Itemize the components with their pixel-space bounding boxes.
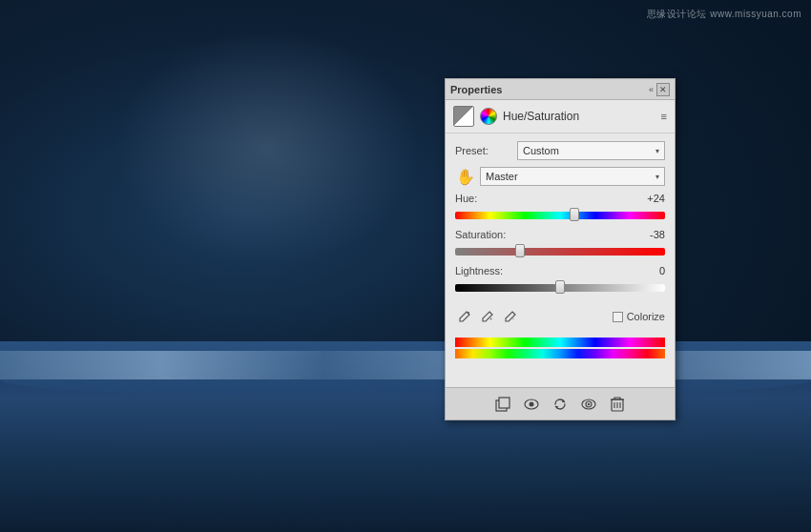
tools-colorize-row: + - Colorize <box>455 301 665 332</box>
svg-point-9 <box>588 402 590 404</box>
sat-thumb[interactable] <box>515 244 525 257</box>
channel-dropdown[interactable]: Master ▾ <box>480 167 665 186</box>
add-layer-button[interactable] <box>492 394 513 415</box>
eyedropper-add-button[interactable]: + <box>478 307 497 326</box>
collapse-icon[interactable]: « <box>649 85 654 94</box>
storm-cloud <box>114 29 420 267</box>
saturation-section: Saturation: -38 <box>455 229 665 261</box>
svg-point-6 <box>530 401 534 406</box>
watermark: 思缘设计论坛 www.missyuan.com <box>647 8 801 21</box>
refresh-button[interactable] <box>550 394 571 415</box>
lightness-section: Lightness: 0 <box>455 265 665 297</box>
close-button[interactable]: ✕ <box>656 83 670 96</box>
spacer <box>455 360 665 379</box>
light-thumb[interactable] <box>555 280 565 294</box>
hand-tool-icon[interactable]: ✋ <box>455 166 476 187</box>
svg-rect-4 <box>499 398 509 408</box>
hamburger-icon[interactable]: ≡ <box>661 110 667 123</box>
channel-row: ✋ Master ▾ <box>455 166 665 187</box>
eyedropper-button[interactable] <box>455 307 474 326</box>
spectrum-bar-original <box>455 338 665 347</box>
hue-value: +24 <box>636 193 665 204</box>
hue-track <box>455 212 665 219</box>
panel-titlebar: Properties « ✕ <box>446 79 675 100</box>
sat-slider-container[interactable] <box>455 242 665 261</box>
light-slider-container[interactable] <box>455 278 665 297</box>
background <box>0 0 811 532</box>
properties-panel: Properties « ✕ Hue/Saturation ≡ Preset: … <box>445 78 676 420</box>
preset-dropdown-arrow: ▾ <box>655 147 659 155</box>
hue-label: Hue: <box>455 193 477 204</box>
preset-label: Preset: <box>455 145 517 156</box>
svg-text:-: - <box>512 316 514 321</box>
eyedropper-subtract-button[interactable]: - <box>501 307 520 326</box>
preset-row: Preset: Custom ▾ <box>455 141 665 160</box>
colorize-row: Colorize <box>613 311 665 322</box>
hue-sat-icon <box>453 106 474 127</box>
section-title: Hue/Saturation <box>503 110 579 123</box>
light-header: Lightness: 0 <box>455 265 665 276</box>
delete-button[interactable] <box>607 394 628 415</box>
hue-slider-container[interactable] <box>455 206 665 225</box>
section-header: Hue/Saturation ≡ <box>446 100 675 133</box>
lightness-value: 0 <box>636 265 665 276</box>
preset-dropdown[interactable]: Custom ▾ <box>517 141 665 160</box>
color-bars <box>455 338 665 358</box>
eye-button[interactable] <box>578 394 599 415</box>
panel-title: Properties <box>450 84 502 95</box>
hue-thumb[interactable] <box>570 208 579 221</box>
colorize-label: Colorize <box>627 311 665 322</box>
spectrum-bar-shifted <box>455 349 665 358</box>
panel-body: Preset: Custom ▾ ✋ Master ▾ Hue: +24 <box>446 133 675 387</box>
sat-track <box>455 248 665 256</box>
lightness-label: Lightness: <box>455 265 503 276</box>
foam <box>0 351 811 379</box>
visibility-button[interactable] <box>521 394 542 415</box>
sat-header: Saturation: -38 <box>455 229 665 240</box>
channel-value: Master <box>486 171 518 182</box>
hue-header: Hue: +24 <box>455 193 665 204</box>
svg-text:+: + <box>489 316 493 321</box>
hue-section: Hue: +24 <box>455 193 665 225</box>
saturation-label: Saturation: <box>455 229 506 240</box>
eyedropper-tools: + - <box>455 307 520 326</box>
colorize-checkbox[interactable] <box>613 312 623 322</box>
preset-value: Custom <box>523 145 559 156</box>
titlebar-icons: « ✕ <box>649 83 670 96</box>
hue-circle-icon <box>480 108 497 125</box>
panel-footer <box>446 387 675 419</box>
saturation-value: -38 <box>636 229 665 240</box>
channel-dropdown-arrow: ▾ <box>655 173 659 181</box>
svg-point-0 <box>468 312 469 314</box>
